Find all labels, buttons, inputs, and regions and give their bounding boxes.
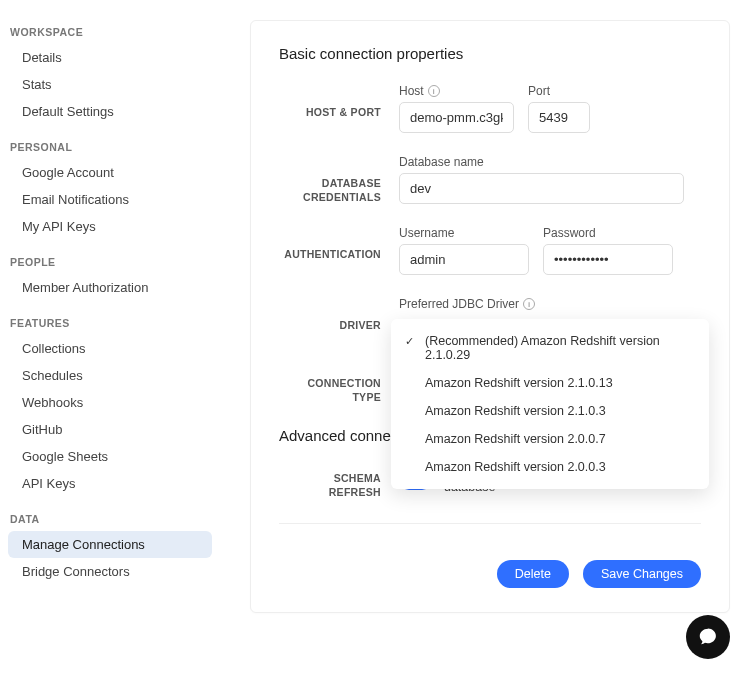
- port-input[interactable]: [528, 102, 590, 133]
- password-label: Password: [543, 226, 596, 240]
- driver-option-2[interactable]: Amazon Redshift version 2.1.0.3: [391, 397, 709, 425]
- sidebar-item-google-sheets[interactable]: Google Sheets: [8, 443, 212, 470]
- sidebar-item-webhooks[interactable]: Webhooks: [8, 389, 212, 416]
- dbname-input[interactable]: [399, 173, 684, 204]
- label-host-port: HOST & PORT: [279, 106, 381, 120]
- driver-option-0[interactable]: ✓(Recommended) Amazon Redshift version 2…: [391, 327, 709, 369]
- sidebar-item-bridge-connectors[interactable]: Bridge Connectors: [8, 558, 212, 585]
- port-label: Port: [528, 84, 550, 98]
- sidebar-item-default-settings[interactable]: Default Settings: [8, 98, 212, 125]
- sidebar-item-member-authorization[interactable]: Member Authorization: [8, 274, 212, 301]
- label-auth: AUTHENTICATION: [279, 248, 381, 262]
- check-icon: ✓: [405, 335, 414, 348]
- driver-option-4[interactable]: Amazon Redshift version 2.0.0.3: [391, 453, 709, 481]
- username-label: Username: [399, 226, 454, 240]
- dbname-label: Database name: [399, 155, 484, 169]
- driver-option-3[interactable]: Amazon Redshift version 2.0.0.7: [391, 425, 709, 453]
- sidebar-item-manage-connections[interactable]: Manage Connections: [8, 531, 212, 558]
- sidebar-item-my-api-keys[interactable]: My API Keys: [8, 213, 212, 240]
- info-icon[interactable]: i: [523, 298, 535, 310]
- connection-card: Basic connection properties HOST & PORT …: [250, 20, 730, 613]
- save-button[interactable]: Save Changes: [583, 560, 701, 588]
- section-people: PEOPLE: [8, 250, 212, 274]
- host-label: Host: [399, 84, 424, 98]
- label-db-creds: DATABASE CREDENTIALS: [279, 177, 381, 204]
- driver-option-1[interactable]: Amazon Redshift version 2.1.0.13: [391, 369, 709, 397]
- sidebar-item-email-notifications[interactable]: Email Notifications: [8, 186, 212, 213]
- section-personal: PERSONAL: [8, 135, 212, 159]
- chat-fab[interactable]: [686, 615, 730, 659]
- sidebar-item-stats[interactable]: Stats: [8, 71, 212, 98]
- section-features: FEATURES: [8, 311, 212, 335]
- basic-title: Basic connection properties: [279, 45, 701, 62]
- sidebar-item-github[interactable]: GitHub: [8, 416, 212, 443]
- driver-label: Preferred JDBC Driver: [399, 297, 519, 311]
- host-input[interactable]: [399, 102, 514, 133]
- delete-button[interactable]: Delete: [497, 560, 569, 588]
- sidebar: WORKSPACE Details Stats Default Settings…: [0, 0, 220, 675]
- username-input[interactable]: [399, 244, 529, 275]
- sidebar-item-details[interactable]: Details: [8, 44, 212, 71]
- sidebar-item-api-keys[interactable]: API Keys: [8, 470, 212, 497]
- label-conn-type: CONNECTION TYPE: [279, 377, 381, 404]
- driver-dropdown: ✓(Recommended) Amazon Redshift version 2…: [391, 319, 709, 489]
- sidebar-item-google-account[interactable]: Google Account: [8, 159, 212, 186]
- divider: [279, 523, 701, 524]
- label-schema-refresh: SCHEMA REFRESH: [279, 472, 381, 499]
- chat-icon: [697, 626, 719, 648]
- sidebar-item-collections[interactable]: Collections: [8, 335, 212, 362]
- main-content: Basic connection properties HOST & PORT …: [220, 0, 746, 675]
- section-workspace: WORKSPACE: [8, 20, 212, 44]
- password-input[interactable]: [543, 244, 673, 275]
- sidebar-item-schedules[interactable]: Schedules: [8, 362, 212, 389]
- label-driver: DRIVER: [279, 319, 381, 333]
- section-data: DATA: [8, 507, 212, 531]
- info-icon[interactable]: i: [428, 85, 440, 97]
